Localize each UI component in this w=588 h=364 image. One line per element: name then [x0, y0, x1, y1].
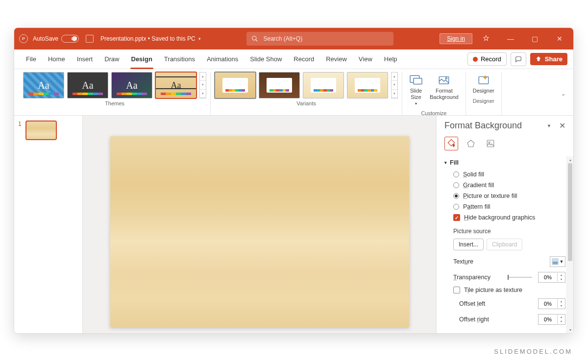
paint-bucket-icon — [446, 139, 456, 148]
picture-tab[interactable] — [484, 137, 497, 150]
chevron-down-icon: ▾ — [444, 160, 447, 165]
format-background-pane: Format Background ▼ ✕ ▴▾ ▾Fill Solid — [436, 116, 573, 333]
record-button[interactable]: Record — [467, 52, 507, 66]
search-input[interactable]: Search (Alt+Q) — [246, 32, 393, 46]
gradient-fill-radio[interactable]: Gradient fill — [444, 180, 565, 191]
share-button[interactable]: Share — [530, 53, 567, 65]
pane-title: Format Background — [444, 121, 541, 131]
insert-picture-button[interactable]: Insert... — [453, 239, 484, 250]
format-bg-icon — [438, 74, 450, 86]
watermark: SLIDEMODEL.COM — [494, 348, 572, 355]
designer-icon — [477, 74, 490, 86]
slide-canvas-area[interactable] — [83, 116, 436, 333]
fill-tab[interactable] — [444, 137, 458, 150]
tab-slideshow[interactable]: Slide Show — [244, 49, 288, 69]
slide-thumbnail-panel: 1 — [14, 116, 83, 333]
texture-icon — [552, 258, 559, 265]
effects-tab[interactable] — [464, 137, 478, 150]
tab-help[interactable]: Help — [378, 49, 403, 69]
texture-label: Texture — [453, 258, 546, 265]
slide-number: 1 — [18, 121, 22, 127]
picture-source-label: Picture source — [444, 223, 565, 238]
tab-transitions[interactable]: Transitions — [158, 49, 201, 69]
toggle-switch[interactable]: Off — [61, 35, 79, 43]
picture-fill-radio[interactable]: Picture or texture fill — [444, 191, 565, 201]
maximize-button[interactable]: ▢ — [524, 28, 546, 49]
group-themes-label: Themes — [105, 100, 124, 106]
tab-animations[interactable]: Animations — [201, 49, 244, 69]
tab-home[interactable]: Home — [42, 49, 71, 69]
search-icon — [251, 35, 258, 42]
signin-button[interactable]: Sign in — [440, 33, 472, 44]
variant-thumb[interactable] — [303, 72, 344, 98]
theme-thumb[interactable]: Aa — [111, 72, 152, 98]
titlebar: P AutoSave Off Presentation.pptx • Saved… — [14, 28, 573, 49]
texture-picker[interactable]: ▼ — [550, 256, 565, 267]
pane-options-dropdown[interactable]: ▼ — [541, 123, 557, 128]
variant-thumb-selected[interactable] — [215, 72, 256, 98]
chevron-down-icon[interactable]: ▾ — [198, 36, 201, 41]
offset-left-label: Offset left — [459, 300, 534, 307]
slide-canvas[interactable] — [110, 136, 409, 327]
pane-close-button[interactable]: ✕ — [557, 121, 567, 130]
ribbon-body: Aa Aa Aa Aa ▴▾▾ Themes ▴▾▾ Variants — [14, 69, 573, 116]
slide-size-button[interactable]: Slide Size▾ — [406, 72, 426, 108]
offset-right-label: Offset right — [459, 316, 534, 323]
offset-left-spinner[interactable]: ▴▾ — [538, 298, 565, 309]
svg-point-5 — [446, 77, 447, 79]
variant-thumb[interactable] — [347, 72, 388, 98]
document-title[interactable]: Presentation.pptx • Saved to this PC — [100, 35, 196, 42]
coming-soon-icon[interactable] — [475, 28, 497, 49]
comment-icon — [514, 56, 522, 63]
tab-draw[interactable]: Draw — [98, 49, 125, 69]
tab-view[interactable]: View — [353, 49, 378, 69]
fill-section-header[interactable]: ▾Fill — [444, 156, 565, 169]
minimize-button[interactable]: — — [500, 28, 521, 49]
theme-thumb-selected[interactable]: Aa — [155, 72, 196, 98]
tile-checkbox[interactable]: Tile picture as texture — [444, 285, 565, 295]
tab-review[interactable]: Review — [320, 49, 353, 69]
svg-line-1 — [256, 40, 258, 42]
variants-scroll[interactable]: ▴▾▾ — [391, 72, 398, 98]
save-icon[interactable] — [86, 35, 94, 43]
svg-point-9 — [489, 142, 490, 143]
themes-scroll[interactable]: ▴▾▾ — [199, 72, 206, 98]
tab-record[interactable]: Record — [288, 49, 320, 69]
offset-right-spinner[interactable]: ▴▾ — [538, 314, 565, 325]
autosave-label: AutoSave — [33, 35, 58, 42]
picture-icon — [486, 139, 495, 148]
svg-point-0 — [252, 36, 256, 40]
svg-rect-3 — [414, 78, 422, 84]
pentagon-icon — [466, 139, 475, 148]
tab-file[interactable]: File — [20, 49, 42, 69]
comments-button[interactable] — [511, 52, 526, 66]
format-background-button[interactable]: Format Background — [427, 72, 462, 102]
clipboard-button: Clipboard — [487, 239, 522, 250]
close-button[interactable]: ✕ — [549, 28, 570, 49]
transparency-spinner[interactable]: ▴▾ — [538, 272, 565, 283]
designer-button[interactable]: Designer — [470, 72, 497, 96]
hide-bg-checkbox[interactable]: ✓Hide background graphics — [444, 212, 565, 223]
pattern-fill-radio[interactable]: Pattern fill — [444, 201, 565, 212]
autosave-toggle[interactable]: AutoSave Off — [33, 35, 79, 43]
transparency-label: Transparency — [453, 274, 502, 281]
variant-thumb[interactable] — [259, 72, 300, 98]
svg-rect-8 — [487, 140, 494, 147]
transparency-slider[interactable] — [508, 277, 532, 278]
pane-scrollbar[interactable]: ▴▾ — [566, 156, 573, 333]
theme-thumb[interactable]: Aa — [67, 72, 108, 98]
app-icon: P — [19, 34, 28, 43]
svg-marker-7 — [467, 140, 474, 147]
tab-design[interactable]: Design — [125, 49, 158, 69]
slide-size-icon — [409, 74, 423, 86]
tab-insert[interactable]: Insert — [71, 49, 99, 69]
group-designer-label: Designer — [473, 98, 494, 104]
solid-fill-radio[interactable]: Solid fill — [444, 169, 565, 180]
ribbon-collapse-button[interactable]: ⌄ — [558, 91, 568, 97]
ribbon-tabs: File Home Insert Draw Design Transitions… — [14, 49, 573, 69]
group-variants-label: Variants — [296, 100, 316, 106]
app-window: P AutoSave Off Presentation.pptx • Saved… — [14, 27, 574, 334]
theme-thumb[interactable]: Aa — [23, 72, 64, 98]
slide-thumbnail-1[interactable] — [25, 121, 57, 140]
svg-rect-11 — [552, 262, 558, 264]
